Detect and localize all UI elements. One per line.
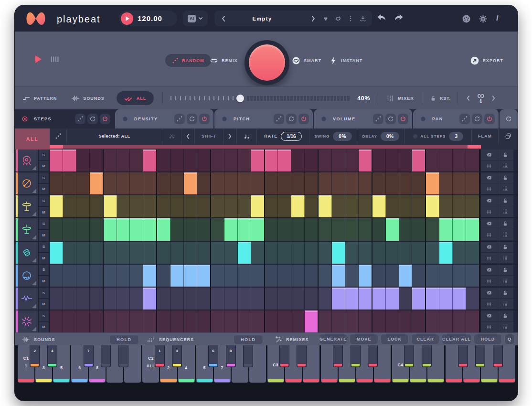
page-prev-button[interactable]: [462, 96, 474, 101]
step-cell[interactable]: [143, 172, 157, 194]
black-key[interactable]: [368, 345, 378, 367]
step-cell[interactable]: [305, 310, 319, 332]
track-clear-button[interactable]: [481, 288, 497, 299]
step-cell[interactable]: [224, 150, 238, 171]
mute-button[interactable]: M: [39, 299, 49, 310]
step-cell[interactable]: [211, 265, 224, 287]
track-drag-handle[interactable]: [497, 276, 513, 287]
step-cell[interactable]: [50, 310, 63, 332]
amount-slider-fill[interactable]: [247, 96, 350, 101]
pattern-tab[interactable]: PATTERN: [22, 94, 57, 103]
step-cell[interactable]: [211, 310, 224, 332]
step-cell[interactable]: [386, 218, 399, 240]
step-cell[interactable]: [184, 195, 197, 217]
step-cell[interactable]: [412, 288, 426, 310]
tab-random-button[interactable]: [75, 114, 85, 124]
step-cell[interactable]: [386, 310, 399, 332]
step-cell[interactable]: [426, 310, 439, 332]
track-lock-button[interactable]: [497, 172, 513, 183]
step-cell[interactable]: [63, 288, 76, 310]
step-cell[interactable]: [50, 242, 63, 264]
step-cell[interactable]: [157, 195, 170, 217]
bpm-value[interactable]: 120.00: [138, 14, 162, 22]
track-snare-drum[interactable]: [15, 172, 38, 194]
step-cell[interactable]: [332, 218, 345, 240]
step-cell[interactable]: [359, 265, 372, 287]
step-cell[interactable]: [130, 242, 143, 264]
step-cell[interactable]: [386, 150, 399, 171]
step-cell[interactable]: [466, 310, 480, 332]
step-cell[interactable]: [265, 218, 278, 240]
tab-random-button[interactable]: [174, 114, 185, 124]
step-cell[interactable]: [184, 265, 197, 287]
step-cell[interactable]: [157, 288, 170, 310]
step-cell[interactable]: [63, 218, 76, 240]
track-lock-button[interactable]: [497, 310, 513, 321]
step-cell[interactable]: [170, 242, 184, 264]
download-icon[interactable]: [357, 15, 369, 22]
step-cell[interactable]: [319, 218, 332, 240]
step-cell[interactable]: [439, 265, 453, 287]
tab-refresh-button[interactable]: [286, 114, 297, 124]
track-lock-button[interactable]: [497, 265, 513, 276]
step-cell[interactable]: [426, 265, 439, 287]
rate-control[interactable]: RATE 1/16: [257, 128, 309, 144]
all-steps-control[interactable]: ALL STEPS 3: [405, 128, 472, 144]
black-key-8[interactable]: 8: [226, 345, 236, 367]
step-cell[interactable]: [104, 242, 117, 264]
step-cell[interactable]: [211, 242, 224, 264]
tab-random-button[interactable]: [459, 114, 470, 124]
flam-button[interactable]: FLAM: [472, 128, 499, 144]
track-faders-button[interactable]: [481, 160, 497, 171]
tab-power-button[interactable]: [484, 114, 495, 124]
step-cell[interactable]: [143, 265, 157, 287]
step-cell[interactable]: [412, 195, 426, 217]
track-tambourine[interactable]: [15, 265, 38, 287]
track-cymbal[interactable]: [15, 218, 38, 240]
solo-button[interactable]: S: [39, 218, 49, 230]
track-faders-button[interactable]: [481, 299, 497, 310]
black-key[interactable]: [475, 345, 485, 367]
step-cell[interactable]: [224, 265, 238, 287]
step-cell[interactable]: [412, 310, 426, 332]
black-key[interactable]: [101, 345, 111, 367]
step-cell[interactable]: [412, 218, 426, 240]
loop-range-bar[interactable]: [50, 145, 481, 149]
step-cell[interactable]: [386, 265, 399, 287]
track-faders-button[interactable]: [481, 229, 497, 240]
track-clear-button[interactable]: [481, 310, 497, 321]
step-cell[interactable]: [265, 288, 278, 310]
step-cell[interactable]: [453, 150, 466, 171]
step-cell[interactable]: [63, 265, 76, 287]
step-cell[interactable]: [130, 288, 143, 310]
track-clear-button[interactable]: [481, 218, 497, 229]
move-button[interactable]: MOVE: [350, 334, 378, 344]
step-cell[interactable]: [359, 195, 372, 217]
step-cell[interactable]: [184, 288, 197, 310]
step-cell[interactable]: [238, 150, 251, 171]
track-kick-drum[interactable]: [15, 150, 38, 171]
step-cell[interactable]: [224, 242, 238, 264]
step-cell[interactable]: [104, 218, 117, 240]
step-cell[interactable]: [251, 218, 265, 240]
step-cell[interactable]: [170, 150, 184, 171]
step-cell[interactable]: [211, 172, 224, 194]
step-cell[interactable]: [453, 242, 466, 264]
black-key[interactable]: [118, 345, 128, 367]
step-cell[interactable]: [170, 218, 184, 240]
step-cell[interactable]: [197, 195, 211, 217]
step-cell[interactable]: [319, 195, 332, 217]
step-cell[interactable]: [372, 150, 386, 171]
mute-button[interactable]: M: [39, 230, 49, 241]
step-cell[interactable]: [76, 218, 90, 240]
step-cell[interactable]: [466, 265, 480, 287]
step-cell[interactable]: [197, 150, 211, 171]
pattern-length-control[interactable]: ∞ 1: [477, 92, 484, 104]
step-cell[interactable]: [157, 150, 170, 171]
step-cell[interactable]: [359, 218, 372, 240]
step-cell[interactable]: [412, 150, 426, 171]
step-cell[interactable]: [104, 265, 117, 287]
step-cell[interactable]: [157, 172, 170, 194]
black-key-3[interactable]: 3: [172, 345, 182, 367]
step-cell[interactable]: [305, 150, 319, 171]
